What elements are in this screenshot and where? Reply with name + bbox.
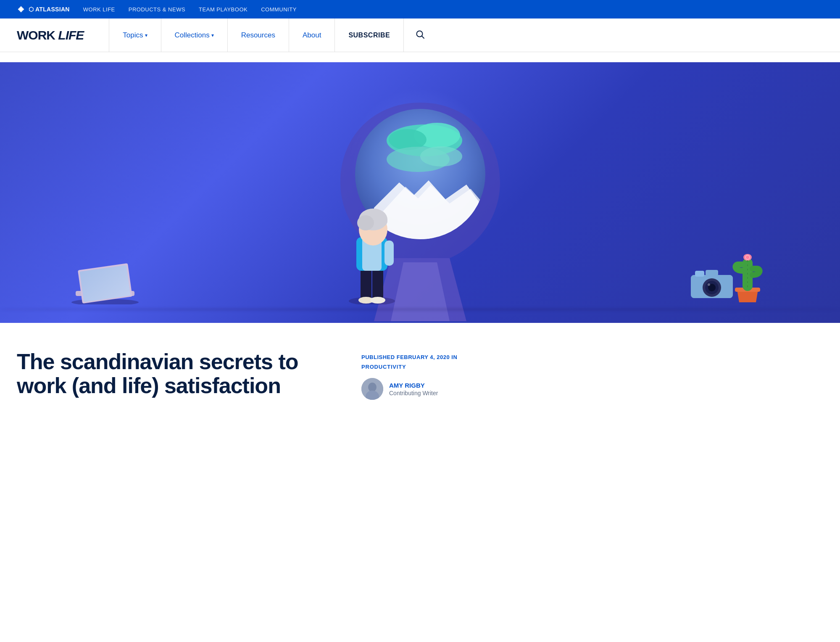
hero-image	[0, 62, 840, 323]
author-block: AMY RIGBY Contributing Writer	[361, 378, 504, 400]
svg-line-1	[422, 36, 424, 38]
svg-point-30	[708, 283, 710, 286]
svg-point-8	[420, 146, 462, 166]
collections-chevron-icon: ▾	[211, 32, 214, 38]
published-date: PUBLISHED FEBRUARY 4, 2020 IN	[361, 354, 504, 360]
svg-rect-10	[361, 267, 371, 300]
svg-rect-24	[80, 265, 131, 302]
author-info: AMY RIGBY Contributing Writer	[389, 382, 438, 396]
search-button[interactable]	[404, 18, 437, 52]
svg-point-40	[368, 383, 377, 392]
resources-link[interactable]: Resources	[228, 18, 289, 52]
svg-rect-16	[384, 240, 394, 266]
author-name[interactable]: AMY RIGBY	[389, 382, 438, 389]
top-nav-item-products[interactable]: PRODUCTS & NEWS	[129, 5, 185, 13]
laptop-illustration	[67, 262, 143, 306]
top-navbar: ⬡ ATLASSIAN WORK LIFE PRODUCTS & NEWS TE…	[0, 0, 840, 18]
article-title: The scandinavian secrets to work (and li…	[17, 350, 336, 398]
person-illustration	[345, 195, 399, 306]
top-nav-item-worklife[interactable]: WORK LIFE	[83, 5, 115, 13]
search-icon	[416, 30, 425, 41]
article-category[interactable]: PRODUCTIVITY	[361, 363, 504, 370]
article-section: The scandinavian secrets to work (and li…	[0, 333, 521, 425]
author-avatar	[361, 378, 383, 400]
svg-point-37	[746, 256, 749, 259]
collections-menu[interactable]: Collections ▾	[161, 18, 228, 52]
subscribe-button[interactable]: SUBSCRIBE	[335, 18, 404, 52]
worklife-logo[interactable]: WORK LIFE	[17, 28, 84, 42]
svg-rect-31	[695, 271, 704, 277]
svg-point-19	[357, 215, 374, 230]
topics-menu[interactable]: Topics ▾	[109, 18, 161, 52]
svg-point-13	[370, 297, 385, 304]
secondary-nav-links: Topics ▾ Collections ▾ Resources About S…	[109, 18, 823, 52]
svg-rect-11	[372, 267, 383, 300]
cactus-illustration	[727, 250, 769, 306]
top-nav-item-teamplaybook[interactable]: TEAM PLAYBOOK	[199, 5, 248, 13]
atlassian-logo[interactable]: ⬡ ATLASSIAN	[17, 5, 70, 13]
top-nav-links: WORK LIFE PRODUCTS & NEWS TEAM PLAYBOOK …	[83, 5, 297, 13]
top-nav-item-community[interactable]: COMMUNITY	[261, 5, 297, 13]
secondary-navbar: WORK LIFE Topics ▾ Collections ▾ Resourc…	[0, 18, 840, 52]
article-title-block: The scandinavian secrets to work (and li…	[17, 350, 336, 398]
topics-chevron-icon: ▾	[145, 32, 147, 38]
about-link[interactable]: About	[289, 18, 335, 52]
author-role: Contributing Writer	[389, 390, 438, 396]
svg-point-20	[374, 215, 387, 227]
svg-rect-32	[706, 270, 718, 276]
article-meta: PUBLISHED FEBRUARY 4, 2020 IN PRODUCTIVI…	[361, 350, 504, 400]
